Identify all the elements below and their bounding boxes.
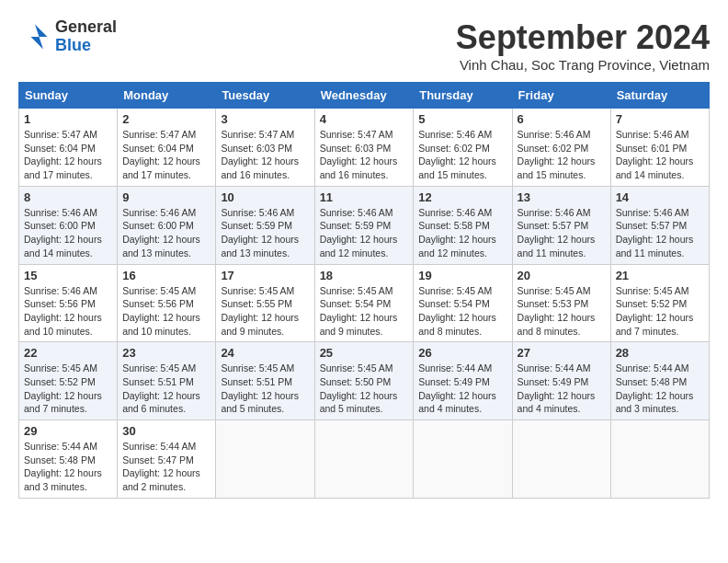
day-number: 16 bbox=[122, 269, 210, 282]
day-number: 14 bbox=[616, 190, 704, 204]
table-row: 17 Sunrise: 5:45 AMSunset: 5:55 PMDaylig… bbox=[216, 264, 314, 342]
table-row bbox=[216, 420, 314, 499]
table-row: 6 Sunrise: 5:46 AMSunset: 6:02 PMDayligh… bbox=[512, 109, 610, 187]
calendar-table: Sunday Monday Tuesday Wednesday Thursday… bbox=[18, 82, 710, 499]
day-info: Sunrise: 5:47 AMSunset: 6:03 PMDaylight:… bbox=[221, 129, 299, 180]
day-number: 24 bbox=[221, 346, 309, 360]
table-row: 9 Sunrise: 5:46 AMSunset: 6:00 PMDayligh… bbox=[118, 186, 216, 264]
col-tuesday: Tuesday bbox=[216, 83, 314, 109]
table-row: 28 Sunrise: 5:44 AMSunset: 5:48 PMDaylig… bbox=[610, 342, 709, 420]
table-row: 23 Sunrise: 5:45 AMSunset: 5:51 PMDaylig… bbox=[118, 342, 216, 420]
table-row: 26 Sunrise: 5:44 AMSunset: 5:49 PMDaylig… bbox=[414, 342, 512, 420]
table-row: 21 Sunrise: 5:45 AMSunset: 5:52 PMDaylig… bbox=[610, 264, 709, 342]
day-info: Sunrise: 5:45 AMSunset: 5:51 PMDaylight:… bbox=[122, 362, 200, 414]
day-number: 2 bbox=[122, 112, 210, 126]
day-info: Sunrise: 5:46 AMSunset: 5:56 PMDaylight:… bbox=[24, 285, 102, 337]
table-row bbox=[610, 420, 709, 499]
col-monday: Monday bbox=[118, 83, 216, 109]
table-row: 12 Sunrise: 5:46 AMSunset: 5:58 PMDaylig… bbox=[414, 186, 512, 264]
day-number: 30 bbox=[122, 424, 210, 438]
day-info: Sunrise: 5:44 AMSunset: 5:47 PMDaylight:… bbox=[122, 441, 200, 492]
location-title: Vinh Chau, Soc Trang Province, Vietnam bbox=[456, 57, 710, 73]
logo-blue-text: Blue bbox=[55, 37, 117, 55]
table-row: 25 Sunrise: 5:45 AMSunset: 5:50 PMDaylig… bbox=[314, 342, 414, 420]
day-info: Sunrise: 5:45 AMSunset: 5:52 PMDaylight:… bbox=[24, 362, 102, 414]
day-number: 19 bbox=[418, 269, 506, 282]
day-number: 13 bbox=[518, 190, 606, 204]
day-number: 7 bbox=[616, 112, 704, 126]
table-row bbox=[414, 420, 512, 499]
day-info: Sunrise: 5:46 AMSunset: 5:59 PMDaylight:… bbox=[320, 207, 398, 259]
day-info: Sunrise: 5:46 AMSunset: 5:59 PMDaylight:… bbox=[221, 207, 299, 259]
logo: General Blue bbox=[18, 18, 117, 55]
table-row: 10 Sunrise: 5:46 AMSunset: 5:59 PMDaylig… bbox=[216, 186, 314, 264]
day-info: Sunrise: 5:47 AMSunset: 6:04 PMDaylight:… bbox=[24, 129, 102, 180]
day-number: 17 bbox=[221, 269, 309, 282]
table-row: 2 Sunrise: 5:47 AMSunset: 6:04 PMDayligh… bbox=[118, 109, 216, 187]
table-row: 22 Sunrise: 5:45 AMSunset: 5:52 PMDaylig… bbox=[19, 342, 118, 420]
day-number: 21 bbox=[616, 269, 704, 282]
day-info: Sunrise: 5:46 AMSunset: 6:00 PMDaylight:… bbox=[122, 207, 200, 259]
page-header: General Blue September 2024 Vinh Chau, S… bbox=[18, 18, 710, 73]
title-area: September 2024 Vinh Chau, Soc Trang Prov… bbox=[456, 18, 710, 73]
table-row: 20 Sunrise: 5:45 AMSunset: 5:53 PMDaylig… bbox=[512, 264, 610, 342]
day-number: 15 bbox=[24, 269, 112, 282]
table-row: 11 Sunrise: 5:46 AMSunset: 5:59 PMDaylig… bbox=[314, 186, 414, 264]
day-number: 10 bbox=[221, 190, 309, 204]
day-info: Sunrise: 5:47 AMSunset: 6:04 PMDaylight:… bbox=[122, 129, 200, 180]
calendar-week-row: 8 Sunrise: 5:46 AMSunset: 6:00 PMDayligh… bbox=[19, 186, 710, 264]
logo-text: General Blue bbox=[55, 18, 117, 55]
day-number: 29 bbox=[24, 424, 112, 438]
day-info: Sunrise: 5:46 AMSunset: 6:01 PMDaylight:… bbox=[616, 129, 694, 180]
calendar-week-row: 1 Sunrise: 5:47 AMSunset: 6:04 PMDayligh… bbox=[19, 109, 710, 187]
calendar-header-row: Sunday Monday Tuesday Wednesday Thursday… bbox=[19, 83, 710, 109]
day-info: Sunrise: 5:46 AMSunset: 5:57 PMDaylight:… bbox=[518, 207, 596, 259]
table-row: 19 Sunrise: 5:45 AMSunset: 5:54 PMDaylig… bbox=[414, 264, 512, 342]
day-info: Sunrise: 5:45 AMSunset: 5:51 PMDaylight:… bbox=[221, 362, 299, 414]
day-number: 20 bbox=[518, 269, 606, 282]
day-number: 9 bbox=[122, 190, 210, 204]
table-row: 14 Sunrise: 5:46 AMSunset: 5:57 PMDaylig… bbox=[610, 186, 709, 264]
table-row: 16 Sunrise: 5:45 AMSunset: 5:56 PMDaylig… bbox=[118, 264, 216, 342]
day-number: 5 bbox=[418, 112, 506, 126]
day-number: 3 bbox=[221, 112, 309, 126]
day-number: 28 bbox=[616, 346, 704, 360]
col-saturday: Saturday bbox=[610, 83, 709, 109]
calendar-week-row: 22 Sunrise: 5:45 AMSunset: 5:52 PMDaylig… bbox=[19, 342, 710, 420]
day-info: Sunrise: 5:45 AMSunset: 5:56 PMDaylight:… bbox=[122, 285, 200, 337]
day-number: 27 bbox=[518, 346, 606, 360]
col-wednesday: Wednesday bbox=[314, 83, 414, 109]
day-number: 25 bbox=[320, 346, 409, 360]
day-number: 12 bbox=[418, 190, 506, 204]
table-row: 18 Sunrise: 5:45 AMSunset: 5:54 PMDaylig… bbox=[314, 264, 414, 342]
day-number: 23 bbox=[122, 346, 210, 360]
day-number: 18 bbox=[320, 269, 409, 282]
col-sunday: Sunday bbox=[19, 83, 118, 109]
day-info: Sunrise: 5:46 AMSunset: 6:02 PMDaylight:… bbox=[518, 129, 596, 180]
table-row: 29 Sunrise: 5:44 AMSunset: 5:48 PMDaylig… bbox=[19, 420, 118, 499]
col-friday: Friday bbox=[512, 83, 610, 109]
table-row: 15 Sunrise: 5:46 AMSunset: 5:56 PMDaylig… bbox=[19, 264, 118, 342]
logo-general-text: General bbox=[55, 18, 117, 37]
day-number: 6 bbox=[518, 112, 606, 126]
table-row: 30 Sunrise: 5:44 AMSunset: 5:47 PMDaylig… bbox=[118, 420, 216, 499]
day-info: Sunrise: 5:46 AMSunset: 6:02 PMDaylight:… bbox=[418, 129, 496, 180]
day-number: 11 bbox=[320, 190, 409, 204]
day-info: Sunrise: 5:46 AMSunset: 5:58 PMDaylight:… bbox=[418, 207, 496, 259]
day-number: 8 bbox=[24, 190, 112, 204]
table-row: 3 Sunrise: 5:47 AMSunset: 6:03 PMDayligh… bbox=[216, 109, 314, 187]
day-info: Sunrise: 5:45 AMSunset: 5:50 PMDaylight:… bbox=[320, 362, 398, 414]
day-number: 26 bbox=[418, 346, 506, 360]
day-info: Sunrise: 5:45 AMSunset: 5:55 PMDaylight:… bbox=[221, 285, 299, 337]
day-info: Sunrise: 5:45 AMSunset: 5:52 PMDaylight:… bbox=[616, 285, 694, 337]
day-info: Sunrise: 5:44 AMSunset: 5:49 PMDaylight:… bbox=[518, 362, 596, 414]
day-number: 22 bbox=[24, 346, 112, 360]
month-title: September 2024 bbox=[456, 18, 710, 57]
table-row bbox=[512, 420, 610, 499]
table-row: 5 Sunrise: 5:46 AMSunset: 6:02 PMDayligh… bbox=[414, 109, 512, 187]
day-info: Sunrise: 5:46 AMSunset: 5:57 PMDaylight:… bbox=[616, 207, 694, 259]
calendar-week-row: 29 Sunrise: 5:44 AMSunset: 5:48 PMDaylig… bbox=[19, 420, 710, 499]
table-row: 27 Sunrise: 5:44 AMSunset: 5:49 PMDaylig… bbox=[512, 342, 610, 420]
col-thursday: Thursday bbox=[414, 83, 512, 109]
day-number: 1 bbox=[24, 112, 112, 126]
